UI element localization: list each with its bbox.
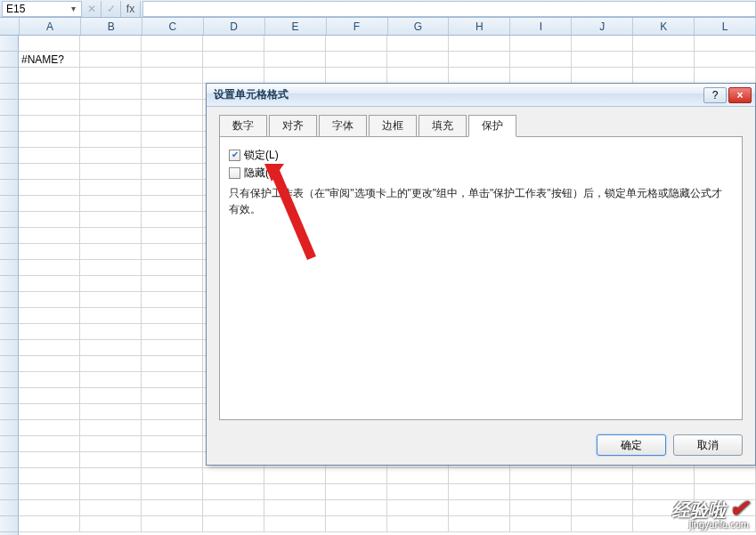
- row-header[interactable]: [0, 372, 18, 388]
- cell[interactable]: [264, 52, 326, 67]
- row-header[interactable]: [0, 276, 18, 292]
- cell[interactable]: [142, 292, 203, 307]
- cell[interactable]: [80, 452, 142, 467]
- col-header-i[interactable]: I: [510, 18, 572, 35]
- cell[interactable]: [19, 404, 80, 419]
- cell[interactable]: [19, 452, 80, 467]
- cell[interactable]: [510, 484, 572, 499]
- cell[interactable]: [326, 36, 387, 51]
- cell[interactable]: [80, 212, 142, 227]
- row-header[interactable]: [0, 100, 18, 116]
- formula-input[interactable]: [142, 1, 756, 17]
- col-header-j[interactable]: J: [572, 18, 633, 35]
- cell[interactable]: [142, 308, 203, 323]
- cell[interactable]: [19, 100, 80, 115]
- cell[interactable]: [633, 36, 695, 51]
- cell[interactable]: [449, 52, 510, 67]
- cell[interactable]: [80, 516, 142, 531]
- cancel-button[interactable]: 取消: [673, 434, 743, 456]
- cell[interactable]: [19, 468, 80, 483]
- row-header[interactable]: [0, 68, 18, 84]
- cell[interactable]: [203, 484, 264, 499]
- cell[interactable]: [572, 500, 633, 515]
- cell[interactable]: [19, 36, 80, 51]
- cell[interactable]: [203, 500, 264, 515]
- cell[interactable]: [19, 276, 80, 291]
- cell-a2[interactable]: #NAME?: [19, 52, 80, 67]
- cell[interactable]: [572, 52, 633, 67]
- col-header-d[interactable]: D: [204, 18, 265, 35]
- cell[interactable]: [80, 84, 142, 99]
- help-button[interactable]: ?: [703, 87, 727, 103]
- col-header-a[interactable]: A: [20, 18, 81, 35]
- cell[interactable]: [142, 452, 203, 467]
- cell[interactable]: [142, 436, 203, 451]
- cell[interactable]: [449, 468, 510, 483]
- cell[interactable]: [142, 212, 203, 227]
- cell[interactable]: [19, 436, 80, 451]
- cell[interactable]: [142, 324, 203, 339]
- cell[interactable]: [80, 356, 142, 371]
- cell[interactable]: [264, 484, 326, 499]
- title-bar[interactable]: 设置单元格格式 ? ×: [207, 84, 755, 107]
- cell[interactable]: [142, 260, 203, 275]
- cell[interactable]: [80, 276, 142, 291]
- cell[interactable]: [19, 68, 80, 83]
- cell[interactable]: [572, 36, 633, 51]
- tab-align[interactable]: 对齐: [269, 115, 317, 137]
- cell[interactable]: [80, 244, 142, 259]
- cell[interactable]: [142, 372, 203, 387]
- cell[interactable]: [19, 212, 80, 227]
- tab-fill[interactable]: 填充: [419, 115, 467, 137]
- cell[interactable]: [80, 404, 142, 419]
- cell[interactable]: [449, 484, 510, 499]
- cell[interactable]: [142, 484, 203, 499]
- cell[interactable]: [142, 52, 203, 67]
- cell[interactable]: [387, 36, 449, 51]
- cell[interactable]: [387, 516, 449, 531]
- cell[interactable]: [80, 388, 142, 403]
- cell[interactable]: [80, 420, 142, 435]
- row-header[interactable]: [0, 468, 18, 484]
- cell[interactable]: [80, 436, 142, 451]
- cell[interactable]: [142, 132, 203, 147]
- cell[interactable]: [203, 516, 264, 531]
- cell[interactable]: [19, 500, 80, 515]
- row-header[interactable]: [0, 180, 18, 196]
- tab-font[interactable]: 字体: [319, 115, 367, 137]
- row-header[interactable]: [0, 84, 18, 100]
- col-header-l[interactable]: L: [695, 18, 756, 35]
- row-header[interactable]: [0, 436, 18, 452]
- cell[interactable]: [510, 500, 572, 515]
- cell[interactable]: [19, 484, 80, 499]
- cell[interactable]: [80, 116, 142, 131]
- cell[interactable]: [695, 36, 756, 51]
- fx-button[interactable]: fx: [121, 1, 141, 17]
- cell[interactable]: [19, 324, 80, 339]
- cell[interactable]: [326, 484, 387, 499]
- cell[interactable]: [387, 68, 449, 83]
- row-header[interactable]: [0, 404, 18, 420]
- cell[interactable]: [264, 36, 326, 51]
- row-header[interactable]: [0, 196, 18, 212]
- cell[interactable]: [142, 196, 203, 211]
- cell[interactable]: [80, 36, 142, 51]
- cell[interactable]: [19, 260, 80, 275]
- cell[interactable]: [19, 132, 80, 147]
- cell[interactable]: [80, 308, 142, 323]
- cell[interactable]: [449, 516, 510, 531]
- cell[interactable]: [142, 356, 203, 371]
- cell[interactable]: [142, 164, 203, 179]
- cell[interactable]: [80, 372, 142, 387]
- cell[interactable]: [510, 468, 572, 483]
- cell[interactable]: [633, 468, 695, 483]
- cell[interactable]: [264, 516, 326, 531]
- row-header[interactable]: [0, 356, 18, 372]
- cell[interactable]: [572, 468, 633, 483]
- col-header-e[interactable]: E: [265, 18, 327, 35]
- cell[interactable]: [19, 84, 80, 99]
- cell[interactable]: [633, 52, 695, 67]
- cell[interactable]: [19, 340, 80, 355]
- tab-border[interactable]: 边框: [369, 115, 417, 137]
- cell[interactable]: [142, 36, 203, 51]
